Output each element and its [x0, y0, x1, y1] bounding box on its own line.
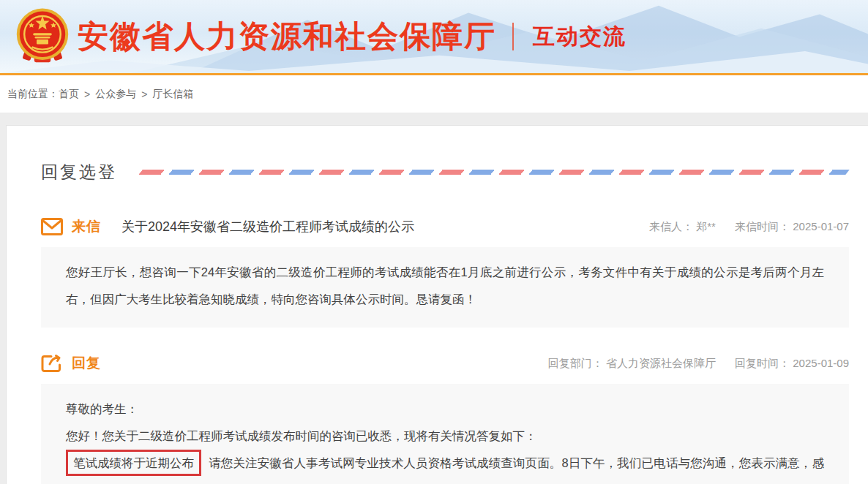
- breadcrumb-home-link[interactable]: 首页: [59, 88, 79, 101]
- reply-answer: 笔试成绩将于近期公布请您关注安徽省人事考试网专业技术人员资格考试成绩查询页面。8…: [66, 450, 824, 484]
- national-emblem-icon: [13, 6, 72, 67]
- reply-dept-label: 回复部门：: [548, 357, 603, 369]
- channel-title: 互动交流: [533, 22, 626, 52]
- reply-intro: 您好！您关于二级造价工程师考试成绩发布时间的咨询已收悉，现将有关情况答复如下：: [66, 423, 824, 450]
- letter-sender: 郑**: [696, 220, 716, 232]
- reply-date-label: 回复时间：: [735, 357, 790, 369]
- breadcrumb-public-participation-link[interactable]: 公众参与: [95, 88, 136, 101]
- breadcrumb: 当前位置： 首页 > 公众参与 > 厅长信箱: [0, 75, 868, 113]
- reply-salutation: 尊敬的考生：: [66, 396, 824, 423]
- reply-body: 尊敬的考生： 您好！您关于二级造价工程师考试成绩发布时间的咨询已收悉，现将有关情…: [41, 384, 849, 484]
- breadcrumb-separator: >: [84, 88, 90, 100]
- airmail-dashed-line: [138, 170, 849, 175]
- title-divider: [512, 23, 514, 50]
- letter-meta: 来信人： 郑** 来信时间： 2025-01-07: [649, 220, 849, 234]
- letter-date: 2025-01-07: [793, 220, 849, 232]
- reply-icon: [41, 354, 63, 373]
- breadcrumb-director-mailbox-link[interactable]: 厅长信箱: [152, 88, 193, 101]
- reply-dept: 省人力资源社会保障厅: [606, 357, 716, 369]
- breadcrumb-separator: >: [141, 88, 147, 100]
- breadcrumb-label: 当前位置：: [7, 88, 59, 101]
- reply-header: 回复 回复部门： 省人力资源社会保障厅 回复时间： 2025-01-09: [41, 354, 849, 373]
- letter-date-label: 来信时间：: [735, 220, 790, 232]
- section-title: 回复选登: [41, 161, 117, 184]
- reply-date: 2025-01-09: [793, 357, 849, 369]
- letter-body-text: 您好王厅长，想咨询一下24年安徽省的二级造价工程师的考试成绩能否在1月底之前进行…: [66, 259, 824, 313]
- highlighted-answer: 笔试成绩将于近期公布: [66, 450, 201, 476]
- letter-sender-label: 来信人：: [649, 220, 693, 232]
- reply-tag: 回复: [72, 354, 101, 373]
- letter-tag: 来信: [72, 217, 101, 236]
- site-header: 安徽省人力资源和社会保障厅 互动交流: [0, 0, 868, 75]
- section-head: 回复选登: [41, 161, 849, 184]
- envelope-icon: [41, 217, 63, 236]
- letter-header: 来信 关于2024年安徽省二级造价工程师考试成绩的公示 来信人： 郑** 来信时…: [41, 217, 849, 236]
- reply-meta: 回复部门： 省人力资源社会保障厅 回复时间： 2025-01-09: [548, 357, 849, 371]
- letter-title: 关于2024年安徽省二级造价工程师考试成绩的公示: [121, 218, 414, 235]
- content-card: 回复选登 来信 关于2024年安徽省二级造价工程师考试成绩的公示 来信人： 郑*…: [6, 125, 868, 484]
- letter-body: 您好王厅长，想咨询一下24年安徽省的二级造价工程师的考试成绩能否在1月底之前进行…: [41, 247, 849, 328]
- site-title: 安徽省人力资源和社会保障厅: [78, 16, 496, 57]
